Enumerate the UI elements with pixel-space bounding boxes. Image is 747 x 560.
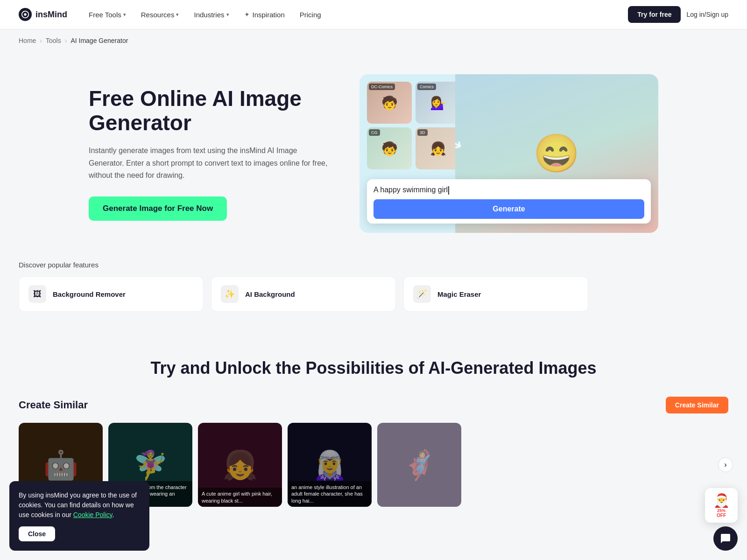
features-cards: 🖼 Background Remover ✨ AI Background 🪄 M… [19,276,588,312]
ai-prompt-text: A happy swimming girl [374,186,644,195]
ai-thumb-2: Comics 💁‍♀️ [416,82,460,124]
nav-links: Free Tools ▾ Resources ▾ Industries ▾ ✦ … [82,7,628,22]
feature-card-magic-eraser[interactable]: 🪄 Magic Eraser [403,276,588,312]
background-remover-icon: 🖼 [28,285,46,303]
brand-logo[interactable]: insMind [19,8,67,21]
chevron-down-icon: ▾ [176,12,179,18]
breadcrumb-sep-1: › [40,37,42,44]
navbar: insMind Free Tools ▾ Resources ▾ Industr… [0,0,747,29]
hero-title: Free Online AI Image Generator [89,86,331,136]
nav-resources[interactable]: Resources ▾ [134,7,186,22]
thumb-badge-3: CG [369,129,380,136]
hero-left: Free Online AI Image Generator Instantly… [89,86,331,221]
breadcrumb-tools[interactable]: Tools [46,37,61,44]
cookie-close-button[interactable]: Close [19,526,55,535]
features-section: Discover popular features 🖼 Background R… [0,261,747,340]
gallery-title: Try and Unlock the Possibilities of AI-G… [19,358,728,378]
breadcrumb: Home › Tools › AI Image Generator [0,29,747,52]
feature-label-ai-background: AI Background [245,290,295,298]
gallery-next-button[interactable]: › [718,457,733,472]
ai-thumb-3: CG 🧒 [367,127,412,169]
gallery-img-5[interactable]: 🦸 [377,423,461,507]
thumb-badge-1: DC-Comics [369,84,395,90]
ai-thumb-4: 3D 👧 [416,127,460,169]
feature-label-background-remover: Background Remover [53,290,126,298]
thumb-badge-2: Comics [417,84,436,90]
hero-section: Free Online AI Image Generator Instantly… [70,52,677,261]
main-character: 😄 [533,132,580,175]
feature-label-magic-eraser: Magic Eraser [437,290,481,298]
create-similar-button[interactable]: Create Similar [666,397,728,413]
magic-eraser-icon: 🪄 [413,285,431,303]
ai-prompt-box: A happy swimming girl Generate [367,179,651,224]
gallery-img-3-caption: A cute anime girl with pink hair, wearin… [198,488,282,507]
hero-right: DC-Comics 🧒 Comics 💁‍♀️ CG 🧒 3D 👧 [359,74,658,233]
feature-card-ai-background[interactable]: ✨ AI Background [211,276,396,312]
cookie-policy-link[interactable]: Cookie Policy [73,511,113,518]
try-for-free-button[interactable]: Try for free [628,6,681,23]
text-cursor [448,186,449,195]
brand-name: insMind [35,10,67,20]
generate-free-button[interactable]: Generate Image for Free Now [89,196,227,221]
nav-industries[interactable]: Industries ▾ [187,7,235,22]
nav-actions: Try for free Log in/Sign up [628,6,728,23]
ai-thumb-grid: DC-Comics 🧒 Comics 💁‍♀️ CG 🧒 3D 👧 [367,82,460,169]
gallery-img-4[interactable]: 🧝‍♀️ an anime style illustration of an a… [288,423,372,507]
gallery-img-4-caption: an anime style illustration of an adult … [288,481,372,507]
star-icon: ✦ [244,11,250,18]
breadcrumb-current: AI Image Generator [70,37,128,44]
chevron-down-icon: ▾ [123,12,126,18]
login-button[interactable]: Log in/Sign up [686,11,728,18]
promo-label: 25% OFF [710,508,733,518]
nav-pricing[interactable]: Pricing [293,7,328,22]
chevron-down-icon: ▾ [226,12,229,18]
features-label: Discover popular features [19,261,728,269]
svg-point-1 [24,13,26,15]
promo-widget[interactable]: 🎅 25% OFF [705,488,738,523]
ai-background-icon: ✨ [221,285,239,303]
hero-description: Instantly generate images from text usin… [89,145,331,182]
breadcrumb-home[interactable]: Home [19,37,36,44]
gallery-img-5-visual: 🦸 [377,423,461,507]
cookie-text: By using insMind you agree to the use of… [19,490,140,520]
nav-free-tools[interactable]: Free Tools ▾ [82,7,133,22]
cookie-banner: By using insMind you agree to the use of… [9,481,149,535]
thumb-badge-4: 3D [417,129,428,136]
gallery-header: Create Similar Create Similar [19,397,728,413]
gallery-img-3[interactable]: 👧 A cute anime girl with pink hair, wear… [198,423,282,507]
ai-generate-button[interactable]: Generate [374,199,644,219]
nav-inspiration[interactable]: ✦ Inspiration [238,7,291,22]
ai-mockup: DC-Comics 🧒 Comics 💁‍♀️ CG 🧒 3D 👧 [359,74,658,233]
promo-character: 🎅 [710,493,733,508]
feature-card-background-remover[interactable]: 🖼 Background Remover [19,276,204,312]
logo-icon [19,8,32,21]
create-similar-label: Create Similar [19,399,88,411]
breadcrumb-sep-2: › [65,37,67,44]
ai-thumb-1: DC-Comics 🧒 [367,82,412,124]
